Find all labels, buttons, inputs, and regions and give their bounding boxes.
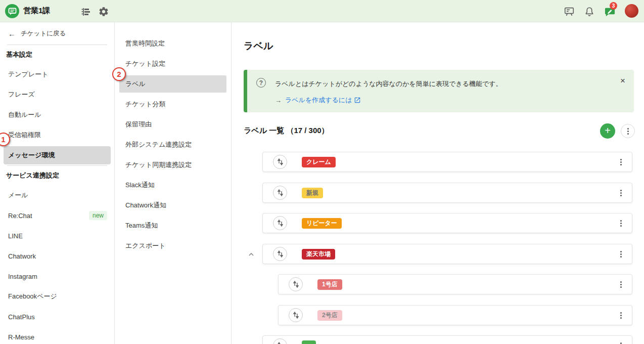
sort-handle-icon[interactable] bbox=[273, 186, 287, 200]
settings-sidebar: ← チケットに戻る 基本設定テンプレートフレーズ自動ルール受信箱権限メッセージ環… bbox=[0, 22, 115, 344]
settings-nav-label: 保留理由 bbox=[125, 120, 152, 129]
settings-nav-item[interactable]: 外部システム連携設定 bbox=[115, 135, 231, 155]
sidebar-item[interactable]: LINE bbox=[0, 226, 114, 246]
sort-handle-icon[interactable] bbox=[273, 216, 287, 230]
row-menu-kebab-icon[interactable] bbox=[614, 308, 628, 322]
sort-handle-icon[interactable] bbox=[273, 247, 287, 261]
sidebar-item-label: フレーズ bbox=[8, 90, 35, 99]
sidebar-item[interactable]: Facebookページ bbox=[0, 286, 114, 307]
notifications-bell-icon[interactable] bbox=[583, 5, 596, 18]
sidebar-item-label: R-Messe bbox=[8, 333, 34, 341]
row-menu-kebab-icon[interactable] bbox=[614, 155, 628, 169]
settings-nav-label: チケット同期連携設定 bbox=[125, 160, 192, 169]
label-badge: リピーター bbox=[302, 218, 342, 229]
sidebar-item-label: ChatPlus bbox=[8, 313, 35, 321]
list-menu-kebab-icon[interactable] bbox=[621, 124, 635, 138]
sidebar-item-label: Re:Chat bbox=[8, 212, 32, 220]
inbox-title: 営業1課 bbox=[23, 6, 50, 16]
label-badge: クレーム bbox=[302, 157, 336, 167]
back-to-tickets-link[interactable]: ← チケットに戻る bbox=[0, 22, 114, 45]
annotation-circle-2: 2 bbox=[112, 67, 126, 81]
settings-nav-item[interactable]: チケット分類 bbox=[115, 94, 231, 114]
banner-close-icon[interactable]: × bbox=[620, 76, 625, 85]
settings-nav-item[interactable]: 保留理由 bbox=[115, 114, 231, 135]
row-menu-kebab-icon[interactable] bbox=[614, 247, 628, 261]
create-label-help-link[interactable]: ラベルを作成するには bbox=[285, 96, 361, 105]
user-avatar[interactable] bbox=[625, 4, 638, 18]
sidebar-item[interactable]: ChatPlus bbox=[0, 307, 114, 327]
label-badge: 1号店 bbox=[317, 279, 342, 290]
sidebar-item[interactable]: Chatwork bbox=[0, 246, 114, 266]
sidebar-item[interactable]: 受信箱権限 bbox=[0, 125, 114, 145]
sort-handle-icon[interactable] bbox=[273, 338, 287, 344]
settings-nav-item[interactable]: Slack通知 bbox=[115, 175, 231, 195]
banner-text: ラベルとはチケットがどのような内容なのかを簡単に表現できる機能です。 bbox=[275, 79, 502, 89]
row-menu-kebab-icon[interactable] bbox=[614, 338, 628, 344]
row-menu-kebab-icon[interactable] bbox=[614, 277, 628, 291]
topbar: 営業1課 bbox=[0, 0, 644, 22]
sidebar-item[interactable]: メール bbox=[0, 185, 114, 205]
label-badge: 楽天市場 bbox=[302, 249, 335, 260]
page-title: ラベル bbox=[244, 39, 273, 53]
settings-nav-item[interactable]: Chatwork通知 bbox=[115, 195, 231, 216]
app-logo-icon[interactable] bbox=[5, 4, 19, 18]
label-row: クレーム bbox=[262, 152, 632, 172]
sidebar-section-title: サービス連携設定 bbox=[0, 166, 114, 185]
settings-nav-label: チケット設定 bbox=[125, 59, 165, 68]
sidebar-item-label: テンプレート bbox=[8, 70, 49, 79]
new-badge: new bbox=[89, 211, 107, 220]
sidebar-item-label: メール bbox=[8, 191, 28, 200]
arrow-icon: → bbox=[275, 97, 282, 104]
sidebar-item-label: メッセージ環境 bbox=[8, 151, 55, 160]
settings-nav-item[interactable]: 営業時間設定 bbox=[115, 33, 231, 54]
label-badge: 新規 bbox=[302, 188, 323, 198]
settings-nav-item[interactable]: チケット設定 bbox=[115, 54, 231, 74]
info-banner: ? ラベルとはチケットがどのような内容なのかを簡単に表現できる機能です。 → ラ… bbox=[244, 70, 634, 112]
settings-nav-label: ラベル bbox=[125, 79, 146, 89]
settings-gear-icon[interactable] bbox=[97, 5, 110, 18]
label-row: 2号店 bbox=[278, 305, 632, 325]
settings-nav-item[interactable]: チケット同期連携設定 bbox=[115, 155, 231, 175]
label-list-header: ラベル 一覧 （17 / 300） bbox=[244, 126, 329, 136]
sidebar-item-label: Facebookページ bbox=[8, 292, 57, 301]
settings-nav-item[interactable]: ラベル bbox=[115, 74, 231, 94]
label-badge: 2号店 bbox=[317, 310, 342, 321]
label-row bbox=[262, 335, 632, 344]
sidebar-item[interactable]: Re:Chatnew bbox=[0, 205, 114, 226]
sidebar-item[interactable]: テンプレート bbox=[0, 64, 114, 84]
add-label-button[interactable]: + bbox=[600, 123, 615, 139]
sidebar-item[interactable]: 自動ルール bbox=[0, 105, 114, 125]
sidebar-item-label: Chatwork bbox=[8, 252, 36, 260]
sidebar-item[interactable]: Instagram bbox=[0, 266, 114, 286]
settings-nav-label: Chatwork通知 bbox=[125, 201, 166, 210]
help-icon: ? bbox=[256, 78, 266, 88]
settings-nav-item[interactable]: エクスポート bbox=[115, 236, 231, 256]
sort-handle-icon[interactable] bbox=[289, 277, 303, 291]
label-badge bbox=[302, 340, 316, 344]
sidebar-item[interactable]: メッセージ環境 bbox=[0, 145, 114, 165]
label-row: 楽天市場 bbox=[262, 244, 632, 264]
sidebar-item-label: Instagram bbox=[8, 273, 37, 280]
sidebar-item-label: 受信箱権限 bbox=[8, 131, 41, 140]
row-menu-kebab-icon[interactable] bbox=[614, 216, 628, 230]
sidebar-section-title: 基本設定 bbox=[0, 45, 114, 64]
label-row: 1号店 bbox=[278, 274, 632, 294]
inbox-switch-icon[interactable] bbox=[79, 5, 92, 18]
label-row: 新規 bbox=[262, 183, 632, 203]
back-label: チケットに戻る bbox=[21, 29, 66, 38]
settings-nav-label: チケット分類 bbox=[125, 100, 165, 109]
sort-handle-icon[interactable] bbox=[273, 155, 287, 169]
sidebar-item[interactable]: フレーズ bbox=[0, 84, 114, 105]
external-link-icon bbox=[354, 97, 361, 104]
row-menu-kebab-icon[interactable] bbox=[614, 186, 628, 200]
sidebar-item[interactable]: R-Messe bbox=[0, 327, 114, 344]
settings-nav-label: Teams通知 bbox=[125, 221, 158, 230]
notification-count-badge: 3 bbox=[610, 2, 617, 10]
announcement-board-icon[interactable] bbox=[563, 5, 576, 18]
settings-nav-label: 外部システム連携設定 bbox=[125, 140, 192, 149]
settings-nav-item[interactable]: Teams通知 bbox=[115, 216, 231, 236]
settings-nav-label: Slack通知 bbox=[125, 181, 155, 190]
label-row: リピーター bbox=[262, 213, 632, 233]
sort-handle-icon[interactable] bbox=[289, 308, 303, 322]
collapse-chevron-icon[interactable] bbox=[247, 250, 255, 259]
